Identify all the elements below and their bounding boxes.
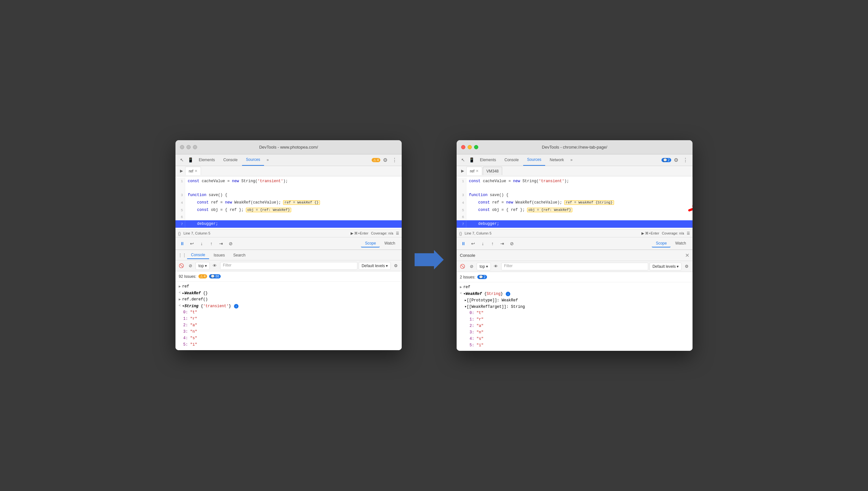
left-default-levels[interactable]: Default levels ▾ [359,262,391,270]
right-str-5: 5: "i" [457,342,693,349]
left-console-clear[interactable]: 🚫 [177,262,185,270]
left-console-tab[interactable]: Console [187,251,209,259]
blue-arrow-icon [415,250,444,269]
right-console-settings[interactable]: ⚙ [683,263,691,270]
right-settings-icon[interactable]: ⚙ [672,156,680,165]
right-run-btn[interactable]: ▶ ⌘+Enter [641,231,659,235]
code-line-4: 4 const ref = new WeakRef(cacheValue); r… [175,199,402,206]
left-max-button[interactable] [193,145,197,149]
left-watch-tab[interactable]: Watch [380,240,399,248]
right-issues-bar: 2 Issues: 💬 2 [457,272,693,282]
left-debug-step-into[interactable]: ↓ [197,239,206,248]
right-file-tab-close[interactable]: ✕ [476,169,479,173]
left-debug-pause[interactable]: ⏸ [178,239,187,248]
right-str-2: 2: "a" [457,323,693,329]
right-str-3: 3: "n" [457,329,693,336]
left-console-stop[interactable]: ⊘ [187,262,194,270]
left-more-icon[interactable]: ⋮ [390,156,399,165]
right-tab-network[interactable]: Network [546,154,568,166]
right-debug-step-over[interactable]: ↩ [469,239,477,248]
console-row-weakref: < ▸WeakRef {} [175,290,402,296]
right-more-icon[interactable]: ⋮ [681,156,690,165]
left-debug-step[interactable]: ⇥ [217,239,225,248]
left-devtools-window: DevTools - www.photopea.com/ ↖ 📱 Element… [175,140,402,350]
right-scope-tab[interactable]: Scope [652,240,671,248]
left-filter-input[interactable]: Filter [220,262,357,270]
left-bottom-tabs: ⋮⋮ Console Issues Search [175,250,402,260]
right-status-braces-icon: {} [459,231,462,236]
left-cursor-icon[interactable]: ↖ [178,156,186,164]
right-code-line-5: 5 const obj = { ref }; obj = {ref: WeakR… [457,206,693,214]
right-nav-more[interactable]: » [568,156,575,164]
left-top-label: top [198,264,204,268]
left-tab-console[interactable]: Console [219,154,242,166]
right-console-close[interactable]: ✕ [685,252,689,258]
right-console-panel: Console ✕ 🚫 ⊘ top ▾ 👁 Filter Default lev… [457,250,693,351]
left-scope-tab[interactable]: Scope [361,240,380,248]
right-default-levels[interactable]: Default levels ▾ [649,263,681,270]
left-console-settings[interactable]: ⚙ [392,262,400,270]
right-console-content: ▶ ref < ▾WeakRef {String} i ▸[[Prototype… [457,282,693,351]
left-more-tabs-icon[interactable]: ⋮⋮ [178,251,187,259]
right-debug-pause[interactable]: ⏸ [459,239,468,248]
left-nav-more[interactable]: » [265,156,271,164]
right-status-line: Line 7, Column 5 [465,231,492,235]
left-top-chevron: ▾ [205,264,207,268]
code-line-7: 7 debugger; [175,220,402,228]
left-debug-step-over[interactable]: ↩ [188,239,196,248]
right-file-tab-vm[interactable]: VM348 [483,167,502,175]
console-row-deref: ▶ ref.deref() [175,296,402,303]
right-tab-console[interactable]: Console [501,154,523,166]
right-max-button[interactable] [474,145,478,149]
right-str-1: 1: "r" [457,317,693,323]
left-tab-elements[interactable]: Elements [195,154,219,166]
right-issues-count: 2 Issues: [460,275,475,280]
left-console-eye[interactable]: 👁 [211,262,219,270]
left-tab-sources[interactable]: Sources [242,154,264,166]
left-debug-deactivate[interactable]: ⊘ [227,239,235,248]
right-console-eye[interactable]: 👁 [492,263,500,270]
right-default-levels-label: Default levels [652,264,676,269]
left-close-button[interactable] [180,145,184,149]
right-coverage: Coverage: n/a [662,231,684,235]
right-file-tab-ref[interactable]: ref ✕ [466,167,482,175]
left-issues-count: 92 Issues: [179,274,196,279]
right-debug-deactivate[interactable]: ⊘ [508,239,516,248]
right-debug-step[interactable]: ⇥ [498,239,506,248]
left-issues-tab[interactable]: Issues [210,252,229,259]
left-min-button[interactable] [187,145,191,149]
left-file-tab-ref-label: ref [189,169,193,173]
right-debug-step-out[interactable]: ↑ [488,239,497,248]
right-top-dropdown[interactable]: top ▾ [477,263,491,270]
right-debug-step-into[interactable]: ↓ [479,239,487,248]
left-file-tab-ref[interactable]: ref ✕ [185,167,201,175]
right-console-stop[interactable]: ⊘ [468,263,475,270]
right-code-line-1: 1 const cacheValue = new String('transie… [457,178,693,185]
left-run-btn[interactable]: ▶ ⌘+Enter [351,231,368,235]
right-filter-input[interactable]: Filter [501,263,648,270]
right-play-pause-icon: ▶ [459,168,466,174]
left-file-tabs: ▶ ref ✕ [175,166,402,176]
right-code-line-6: 6 [457,214,693,220]
left-top-dropdown[interactable]: top ▾ [196,262,210,270]
left-console-toolbar: 🚫 ⊘ top ▾ 👁 Filter Default levels ▾ ⚙ [175,260,402,271]
right-tab-sources[interactable]: Sources [523,154,545,166]
left-debug-step-out[interactable]: ↑ [207,239,216,248]
left-device-icon[interactable]: 📱 [187,156,194,164]
right-tab-elements[interactable]: Elements [476,154,500,166]
left-status-bar: {} Line 7, Column 5 ▶ ⌘+Enter Coverage: … [175,229,402,237]
right-console-clear[interactable]: 🚫 [458,263,466,270]
right-min-button[interactable] [468,145,472,149]
right-top-label: top [480,264,485,269]
left-settings-icon[interactable]: ⚙ [381,156,389,165]
right-coverage-icon: ☰ [687,231,690,235]
left-file-tab-close[interactable]: ✕ [195,169,197,173]
left-search-tab[interactable]: Search [229,252,250,259]
right-debug-tabs: Scope Watch [652,240,690,248]
right-cursor-icon[interactable]: ↖ [459,156,467,164]
console-str-3: 3: "n" [175,329,402,335]
left-debug-tabs: Scope Watch [361,240,399,248]
right-device-icon[interactable]: 📱 [468,156,475,164]
right-watch-tab[interactable]: Watch [671,240,690,248]
right-close-button[interactable] [461,145,465,149]
